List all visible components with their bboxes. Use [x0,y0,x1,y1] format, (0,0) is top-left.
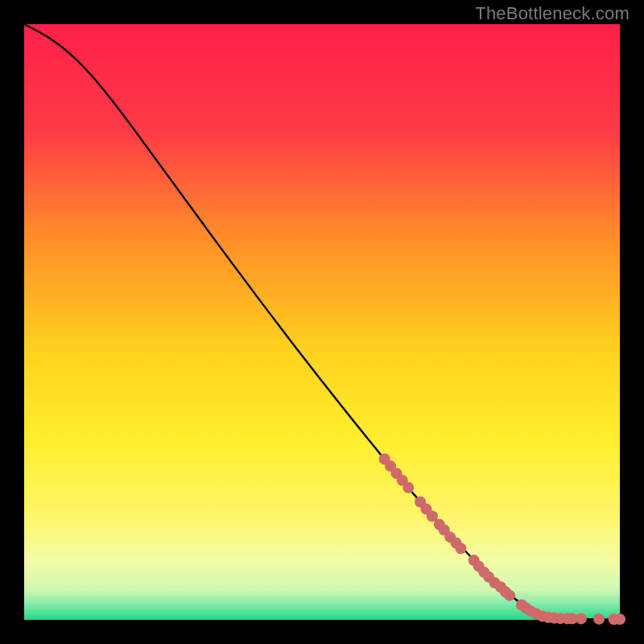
data-marker [455,543,466,554]
data-marker [614,613,625,625]
data-marker [504,590,515,601]
plot-background [24,24,620,620]
data-marker [402,482,414,493]
chart-stage: TheBottleneck.com [0,0,644,644]
chart-svg [0,0,644,644]
data-marker [593,613,605,625]
data-marker [576,613,587,625]
